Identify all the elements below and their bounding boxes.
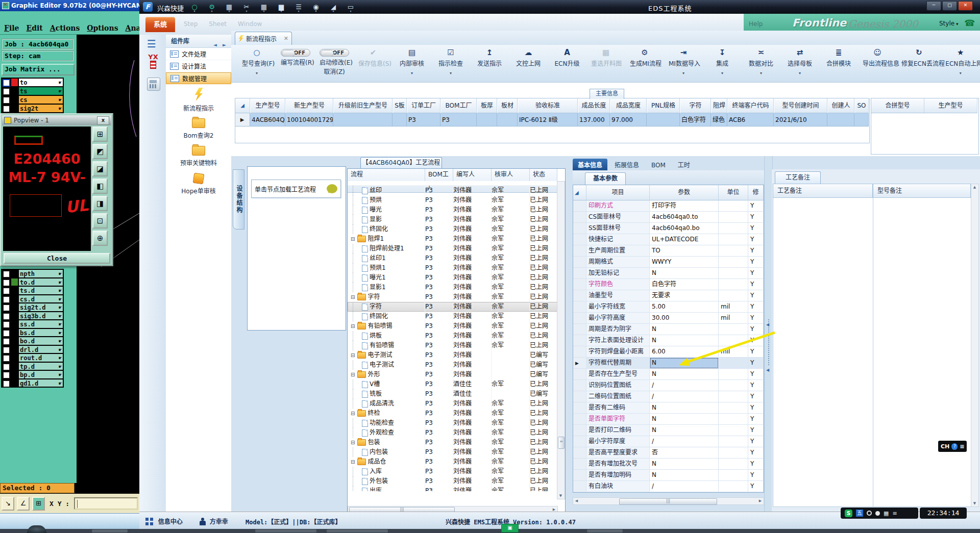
scrollbar-thumb[interactable]: |||: [619, 498, 717, 505]
wubi-mode-icon[interactable]: 五: [856, 510, 863, 517]
layer-checkbox[interactable]: [3, 321, 10, 328]
flow-tree-row[interactable]: ⊟ 铣板 P3 酒佳佳 已编写: [348, 389, 565, 399]
maximize-button[interactable]: ▢: [942, 1, 957, 11]
ime-menu-icon[interactable]: ≡: [892, 510, 897, 517]
windows-taskbar[interactable]: [0, 529, 980, 533]
layer-name[interactable]: sig2t ☛: [18, 104, 63, 113]
popview-copy-window-button[interactable]: ⊞: [92, 126, 108, 142]
title-tool-icon[interactable]: ○: [189, 3, 200, 11]
layer-color-swatch[interactable]: [11, 320, 18, 328]
param-row[interactable]: 字符上表面处理设计 N Y: [573, 335, 764, 346]
tree-vertical-scrollbar[interactable]: ≡ ▼: [557, 181, 565, 499]
param-row[interactable]: 是否有二维码 N Y: [573, 402, 764, 414]
column-header[interactable]: 项目: [586, 185, 650, 200]
title-tool-icon[interactable]: ✂: [241, 3, 252, 11]
param-row[interactable]: 是否有增加批次号 N Y: [573, 459, 764, 470]
param-row[interactable]: 识别码位置图纸 / Y: [573, 380, 764, 391]
param-row[interactable]: 最小字符高度 30.00 mil Y: [573, 313, 764, 324]
param-value[interactable]: /: [650, 391, 719, 402]
layer-row[interactable]: bo.d ☛: [2, 337, 63, 345]
layer-color-swatch[interactable]: [11, 270, 18, 277]
layer-color-swatch[interactable]: [11, 329, 18, 337]
layer-name[interactable]: bp.d ☛: [18, 370, 63, 379]
column-header[interactable]: 板材: [497, 98, 518, 113]
popview-pan-right-button[interactable]: ◨: [92, 196, 108, 211]
layer-name[interactable]: to.d ☛: [18, 278, 63, 287]
ribbon-button[interactable]: A ECN升级: [548, 47, 586, 67]
flow-tree-row[interactable]: ⊟ 曝光1 P3 刘伟巍 佘军 已上网: [348, 273, 565, 283]
layer-name[interactable]: sig2t.d ☛: [18, 303, 63, 312]
param-row[interactable]: 印刷方式 打印字符 Y: [573, 200, 764, 212]
scroll-right-icon[interactable]: ▶: [757, 498, 764, 504]
param-value[interactable]: N: [650, 459, 719, 470]
genesis-menu-item[interactable]: Edit: [27, 24, 43, 32]
layer-checkbox[interactable]: [3, 329, 10, 337]
current-user[interactable]: 方幸幸: [200, 517, 228, 525]
splitter-collapse-icon[interactable]: ◀: [766, 368, 769, 372]
tab-equipment-structure[interactable]: 设备结构: [233, 169, 244, 230]
param-row[interactable]: 有白油块 / Y: [573, 481, 764, 492]
layer-checkbox[interactable]: [3, 346, 10, 354]
param-value[interactable]: 否: [650, 447, 719, 459]
style-menu[interactable]: Style: [939, 20, 959, 27]
flow-tree-row[interactable]: ⊟ 出库 P3 刘伟巍 佘军 已上网: [348, 486, 565, 491]
ribbon-button[interactable]: ⇄ 选择母板: [780, 47, 819, 67]
minimize-button[interactable]: ─: [926, 1, 941, 11]
detail-tab[interactable]: 拓展信息: [609, 159, 644, 170]
popview-title-bar[interactable]: Popview - 1 x: [2, 115, 111, 125]
param-row[interactable]: 是否高平整度要求 否 Y: [573, 447, 764, 459]
param-value[interactable]: 30.00: [650, 313, 719, 324]
title-tool-icon[interactable]: ⚙: [206, 3, 217, 11]
layer-checkbox[interactable]: [3, 354, 10, 362]
tab-process-notes[interactable]: 工艺备注: [775, 171, 821, 184]
main-info-tab[interactable]: 主要信息: [590, 89, 624, 99]
taskbar-app-icon[interactable]: ▣: [501, 524, 519, 532]
layer-name[interactable]: cs ☛: [18, 95, 63, 104]
title-tool-icon[interactable]: ◢: [328, 3, 339, 11]
column-header[interactable]: 验收标准: [518, 98, 578, 113]
expand-toggle-icon[interactable]: ⊟: [351, 457, 355, 467]
column-header[interactable]: PNL规格: [647, 98, 680, 113]
detail-tab[interactable]: 工时: [673, 159, 695, 170]
language-bar[interactable]: CH ? ▦: [938, 441, 967, 452]
layer-name[interactable]: ts ☛: [18, 87, 63, 95]
windows-start-button[interactable]: [27, 525, 46, 533]
param-row[interactable]: 周期格式 WWYY Y: [573, 257, 764, 268]
ime-mode-dot-icon[interactable]: [867, 511, 872, 516]
flow-tree-row[interactable]: ⊟ 字符 P3 刘伟巍 佘军 已上网: [348, 292, 565, 302]
param-value[interactable]: N: [650, 414, 719, 425]
genesis-menu-item[interactable]: Options: [87, 24, 118, 32]
flow-tree-row[interactable]: ⊟ 阻焊前处理1 P3 刘伟巍 佘军 已上网: [348, 244, 565, 253]
ribbon-button[interactable]: ☺ 导出流程信息: [858, 47, 897, 67]
layer-color-swatch[interactable]: [11, 354, 18, 362]
layer-row[interactable]: npth ☛: [2, 269, 63, 278]
param-value[interactable]: 打印字符: [650, 200, 719, 212]
column-header[interactable]: 生产型号: [250, 98, 285, 113]
layer-checkbox[interactable]: [3, 296, 10, 303]
xy-coordinate-input[interactable]: [74, 497, 138, 510]
nav-item[interactable]: 设计算法: [166, 60, 231, 72]
param-value[interactable]: N: [650, 369, 719, 380]
popview-close-icon[interactable]: x: [97, 116, 109, 125]
phone-icon[interactable]: ☎: [964, 18, 975, 28]
flow-tree-row[interactable]: ⊟ 成品清洗 P3 刘伟巍 佘军 已上网: [348, 399, 565, 409]
expand-toggle-icon[interactable]: ⊟: [351, 292, 355, 302]
flow-tree-row[interactable]: ⊟ 终固化 P3 刘伟巍 佘军 已上网: [348, 312, 565, 321]
column-header[interactable]: BOM工厂: [440, 98, 477, 113]
column-header[interactable]: 成品宽度: [610, 98, 647, 113]
nav-tool-hope-audit[interactable]: Hope单审核: [166, 173, 231, 195]
param-row[interactable]: 字符到焊盘最小距离 6.00 mil Y: [573, 346, 764, 358]
ribbon-button[interactable]: ⚙ 生成MI流程: [625, 47, 664, 67]
param-row[interactable]: 是否打印二维码 N Y: [573, 425, 764, 436]
column-header[interactable]: 新生产型号: [285, 98, 333, 113]
tab-basic-params[interactable]: 基本参数: [585, 172, 626, 185]
layer-name[interactable]: sig3b.d ☛: [18, 312, 63, 320]
expand-toggle-icon[interactable]: ⊟: [351, 321, 355, 331]
layer-name[interactable]: ss.d ☛: [18, 320, 63, 328]
param-value[interactable]: 6.00: [650, 346, 719, 358]
param-value[interactable]: 无要求: [650, 290, 719, 301]
banner-help[interactable]: Help: [749, 20, 763, 28]
hamburger-menu-icon[interactable]: ☰: [147, 38, 156, 50]
param-value[interactable]: 5.00: [650, 301, 719, 313]
popview-close-button[interactable]: Close: [4, 253, 110, 264]
